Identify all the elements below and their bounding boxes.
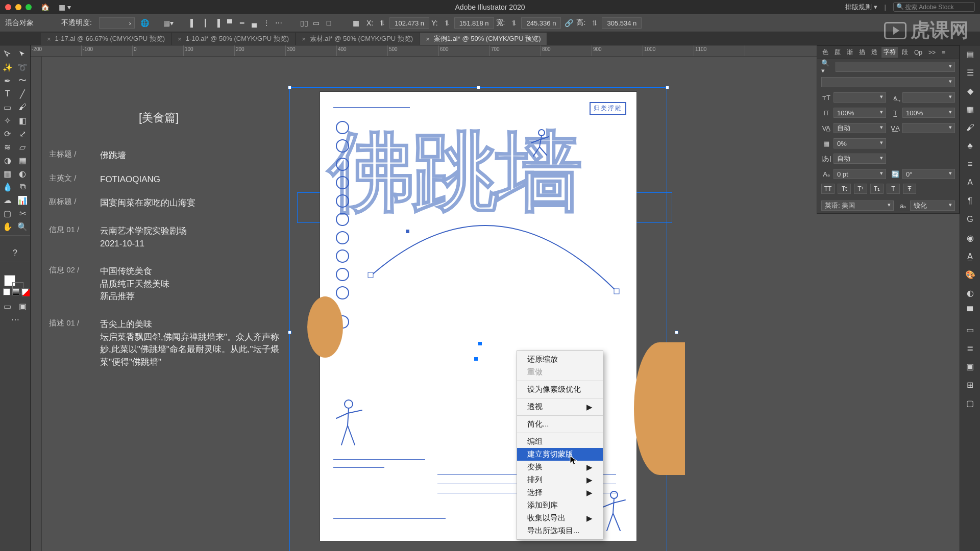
gradient-icon: ▀ [965,306,976,317]
tracking-field[interactable] [902,123,955,133]
appearance-icon: ◉ [965,232,976,243]
graphic-styles-icon: A̲ [965,251,976,262]
w-field[interactable]: 245.336 n [521,17,561,29]
control-bar: 混合对象 不透明度: › 🌐 ▦▾ ▌ ┃ ▐ ▀ ━ ▄ ⋮ ⋯ ▯▯▭□ ▦… [0,14,980,32]
svg-rect-11 [368,272,373,278]
panel-tab[interactable]: 透 [869,47,879,58]
distribute-icons[interactable]: ▯▯▭□ [299,18,334,28]
link-wh-icon[interactable]: 🔗 [563,17,574,29]
eraser-icon: ◧ [15,114,31,127]
panel-menu-icon[interactable]: ≡ [940,48,947,57]
baseline-shift-field[interactable]: 0 pt [834,169,886,179]
context-menu-item[interactable]: 选择▶ [517,486,603,499]
tools-panel[interactable]: ✨ ➰ ✒ 〜 T ╱ ▭ 🖌 ✧ ◧ ⟳ ⤢ ≋ ▱ ◑ ▦ ▦ ◐ 💧 ⧉ … [0,45,31,551]
minimize-icon[interactable] [15,4,21,10]
maximize-icon[interactable] [26,4,32,10]
context-menu-item[interactable]: 透视▶ [517,400,603,413]
panel-tab[interactable]: >> [926,48,938,57]
document-tab[interactable]: ×1-17.ai @ 66.67% (CMYK/GPU 预览) [41,33,172,45]
type-style-button[interactable]: TT [821,184,835,194]
context-menu[interactable]: 还原缩放重做设为像素级优化透视▶简化...编组建立剪切蒙版变换▶排列▶选择▶添加… [517,350,603,540]
search-icon[interactable]: 🔍▾ [821,62,831,72]
screen-mode-icon: ▣ [15,299,31,313]
panel-tab[interactable]: Op [912,48,924,57]
context-menu-item[interactable]: 排列▶ [517,473,603,486]
font-size-field[interactable] [834,92,886,103]
document-tab[interactable]: ×素材.ai* @ 50% (CMYK/GPU 预览) [296,33,420,45]
document-tab[interactable]: ×1-10.ai* @ 50% (CMYK/GPU 预览) [172,33,296,45]
perspective-icon: ▦ [15,154,31,167]
document-tab[interactable]: ×案例1.ai* @ 50% (CMYK/GPU 预览) [420,33,547,45]
context-menu-item[interactable]: 导出所选项目... [517,524,603,537]
bento-icon[interactable]: ▦ ▾ [59,3,71,11]
stepper-icon[interactable]: ⥮ [509,18,519,28]
layout-rules-menu[interactable]: 排版规则 ▾ [845,3,877,12]
layers-icon: ☰ [965,67,976,78]
character-panel[interactable]: 色颜渐描透字符段Op>>≡ 🔍▾ ᴛT ᴀ͢ ІT100% T̲100% VA̲… [817,45,960,214]
context-menu-item: 重做 [517,366,603,379]
panel-tab[interactable]: 段 [900,47,910,58]
close-tab-icon[interactable]: × [302,35,306,43]
type-style-button[interactable]: Tt [838,184,851,194]
close-icon[interactable] [5,4,11,10]
panel-tab[interactable]: 渐 [845,47,855,58]
align-icons[interactable]: ▌ ┃ ▐ ▀ ━ ▄ ⋮ ⋯ [188,18,284,28]
kerning-field[interactable]: 自动 [834,123,886,133]
language-field[interactable]: 英语: 美国 [821,201,894,211]
panel-tab[interactable]: 颜 [832,47,843,58]
char-rotate-field[interactable]: 0° [902,169,955,179]
font-family-field[interactable] [836,62,955,72]
adobe-stock-search[interactable]: 🔍 搜索 Adobe Stock [893,2,975,12]
y-field[interactable]: 151.818 n [454,17,494,29]
vscale-field[interactable]: 100% [834,108,886,118]
runner-figure-icon [524,128,555,170]
close-tab-icon[interactable]: × [178,35,182,43]
type-style-button[interactable]: T₁ [870,184,884,194]
tsume-field[interactable]: 0% [834,138,886,148]
context-menu-item[interactable]: 添加到库 [517,499,603,512]
context-menu-item[interactable]: 简化... [517,418,603,431]
close-tab-icon[interactable]: × [47,35,51,43]
symbols-icon: ♣ [965,140,976,152]
grid-icon[interactable]: ▦▾ [163,18,174,28]
panel-tab[interactable]: 字符 [881,47,898,58]
transform-icon[interactable]: ▦ [351,18,361,28]
leading-field[interactable] [902,92,955,103]
stepper-icon[interactable]: ⥮ [442,18,452,28]
context-menu-item[interactable]: 建立剪切蒙版 [517,448,603,461]
panel-tab[interactable]: 描 [857,47,867,58]
window-controls[interactable] [5,4,32,10]
stepper-icon[interactable]: ⥮ [590,18,600,28]
type-style-button[interactable]: Ŧ [903,184,916,194]
hscale-icon: T̲ [890,108,900,118]
context-menu-item[interactable]: 编组 [517,435,603,448]
home-icon[interactable]: 🏠 [41,3,50,11]
x-field[interactable]: 102.473 n [389,17,429,29]
context-menu-item[interactable]: 变换▶ [517,461,603,473]
hscale-field[interactable]: 100% [902,108,955,118]
context-menu-item[interactable]: 设为像素级优化 [517,383,603,396]
stepper-icon[interactable]: ⥮ [377,18,387,28]
right-dock[interactable]: ▤ ☰ ◆ ▦ 🖌 ♣ ≡ A ¶ G ◉ A̲ 🎨 ◐ ▀ ▭ ≣ ▣ ⊞ ▢ [960,45,980,551]
context-menu-item[interactable]: 收集以导出▶ [517,512,603,524]
scale-icon: ⤢ [15,127,31,140]
antialias-field[interactable]: 锐化 [910,201,955,211]
submenu-arrow-icon: ▶ [586,463,593,472]
font-style-field[interactable] [821,77,955,87]
artboards-icon: ▢ [965,397,976,409]
opacity-field[interactable]: › [99,17,135,29]
context-menu-item[interactable]: 还原缩放 [517,353,603,366]
aki-field[interactable]: 自动 [834,154,886,164]
screen-mode-icon: ▭ [0,299,15,313]
type-style-buttons[interactable]: TTTtT¹T₁TŦ [817,182,959,198]
help-icon: ? [0,246,30,260]
globe-icon[interactable]: 🌐 [140,18,150,28]
h-field[interactable]: 305.534 n [602,17,642,29]
type-style-button[interactable]: T [887,184,900,194]
type-style-button[interactable]: T¹ [854,184,867,194]
font-size-icon: ᴛT [821,92,831,103]
close-tab-icon[interactable]: × [426,35,430,43]
figure-left-icon [331,398,372,456]
eyedropper-icon: 💧 [0,180,15,193]
panel-tab[interactable]: 色 [820,47,830,58]
